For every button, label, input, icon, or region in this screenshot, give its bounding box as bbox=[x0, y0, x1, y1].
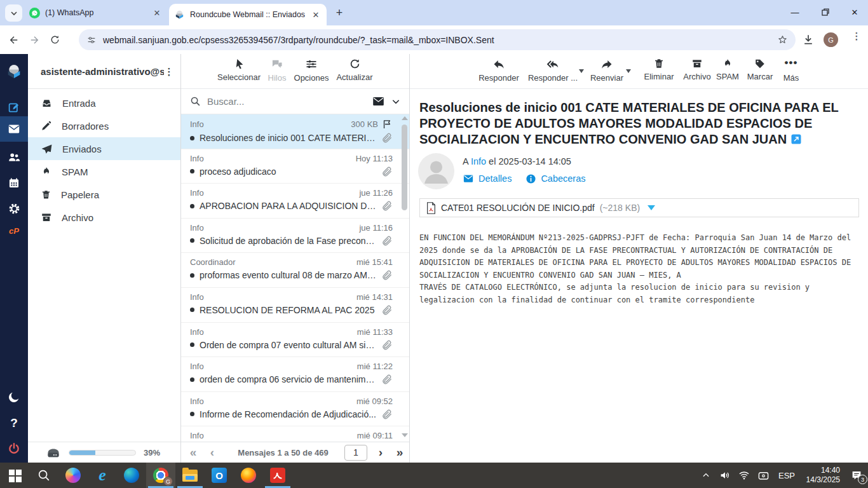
bookmark-star-icon[interactable] bbox=[777, 34, 788, 45]
mail-icon[interactable] bbox=[0, 116, 28, 142]
message-list-item[interactable]: Info Hoy 11:13 proceso adjudicaco bbox=[181, 149, 409, 184]
message-sender: Info bbox=[190, 292, 353, 302]
message-list-item[interactable]: Info jue 11:16 Solicitud de aprobación d… bbox=[181, 219, 409, 254]
firefox-button[interactable] bbox=[234, 463, 263, 488]
headers-button[interactable]: Cabeceras bbox=[526, 173, 585, 184]
message-list-item[interactable]: Info 300 KB Resoluciones de inicio 001 C… bbox=[181, 114, 409, 149]
folder-enviados[interactable]: Enviados bbox=[28, 137, 180, 160]
details-button[interactable]: Detalles bbox=[463, 173, 512, 184]
page-number-input[interactable] bbox=[344, 445, 367, 461]
forward-button[interactable] bbox=[24, 30, 44, 50]
contacts-icon[interactable] bbox=[0, 144, 28, 170]
volume-icon[interactable] bbox=[715, 470, 735, 481]
taskbar-search-button[interactable] bbox=[29, 463, 58, 488]
message-sender: Info bbox=[190, 188, 355, 198]
window-minimize-button[interactable]: — bbox=[780, 0, 810, 24]
outlook-button[interactable]: O bbox=[205, 463, 234, 488]
spam-button[interactable]: SPAM bbox=[712, 58, 743, 81]
tab-close-icon[interactable]: ✕ bbox=[151, 7, 163, 18]
external-link-icon[interactable] bbox=[790, 133, 802, 145]
search-scope-mail-icon[interactable] bbox=[372, 95, 385, 108]
message-list-item[interactable]: Info jue 11:26 APROBACION PARA LA ADQUIS… bbox=[181, 184, 409, 219]
folder-entrada[interactable]: Entrada bbox=[28, 92, 180, 114]
threads-button[interactable]: Hilos bbox=[264, 58, 290, 83]
url-bar[interactable]: webmail.sanjuan.gob.ec/cpsess3265394567/… bbox=[79, 29, 796, 50]
forward-caret-icon[interactable] bbox=[626, 69, 631, 73]
mark-button[interactable]: Marcar bbox=[742, 58, 778, 81]
attachment-menu-caret-icon[interactable] bbox=[648, 205, 655, 210]
search-options-chevron-icon[interactable] bbox=[391, 97, 400, 106]
cpanel-icon[interactable]: cP bbox=[0, 218, 28, 243]
message-list-item[interactable]: Info mié 11:33 Orden de compra 07 evento… bbox=[181, 323, 409, 358]
archive-button[interactable]: Archivo bbox=[679, 58, 715, 81]
folder-borradores[interactable]: Borradores bbox=[28, 114, 180, 137]
account-header[interactable]: asistente-administrativo@sa... ⋮ bbox=[28, 54, 180, 89]
folder-papelera[interactable]: Papelera bbox=[28, 183, 180, 206]
options-button[interactable]: Opciones bbox=[292, 58, 330, 83]
tab-roundcube[interactable]: Roundcube Webmail :: Enviados ✕ bbox=[169, 4, 327, 25]
edge-button[interactable] bbox=[117, 463, 146, 488]
list-scrollbar[interactable] bbox=[402, 116, 408, 437]
flag-icon[interactable] bbox=[382, 119, 393, 130]
downloads-icon[interactable] bbox=[802, 33, 815, 46]
first-page-button[interactable]: « bbox=[184, 445, 203, 459]
notification-center-button[interactable]: 3 bbox=[845, 463, 868, 488]
attachment-icon bbox=[381, 339, 393, 351]
calendar-icon[interactable] bbox=[0, 170, 28, 196]
copilot-button[interactable] bbox=[58, 463, 88, 488]
reply-all-caret-icon[interactable] bbox=[579, 69, 584, 73]
file-explorer-button[interactable] bbox=[175, 463, 205, 488]
search-input[interactable] bbox=[207, 96, 365, 107]
profile-avatar[interactable]: G bbox=[824, 32, 838, 47]
reply-all-button[interactable]: Responder ... bbox=[524, 58, 581, 83]
new-tab-button[interactable]: + bbox=[333, 6, 346, 19]
account-name: asistente-administrativo@sa... bbox=[41, 66, 164, 77]
last-page-button[interactable]: » bbox=[390, 445, 409, 459]
cursor-icon bbox=[233, 58, 245, 70]
next-page-button[interactable]: › bbox=[371, 445, 390, 459]
language-indicator[interactable]: ESP bbox=[773, 471, 801, 480]
browser-menu-icon[interactable]: ⋮ bbox=[851, 34, 862, 37]
settings-gear-icon[interactable] bbox=[0, 196, 28, 221]
internet-explorer-button[interactable]: e bbox=[88, 463, 117, 488]
logout-power-icon[interactable] bbox=[0, 436, 28, 461]
prev-page-button[interactable]: ‹ bbox=[203, 445, 222, 459]
tab-close-icon[interactable]: ✕ bbox=[310, 9, 322, 20]
delete-button[interactable]: Eliminar bbox=[640, 58, 678, 81]
attachment-bar[interactable]: CATE01 RESOLUCIÓN DE INICIO.pdf (~218 KB… bbox=[419, 198, 859, 217]
tray-expand-chevron-icon[interactable] bbox=[696, 471, 715, 480]
window-close-button[interactable]: ✕ bbox=[840, 0, 868, 24]
back-button[interactable] bbox=[4, 30, 24, 50]
message-list-item[interactable]: Info mié 09:52 Informe de Recomendación … bbox=[181, 392, 409, 427]
message-list-item[interactable]: Info mié 14:31 RESOLUCION DE REFORMA AL … bbox=[181, 288, 409, 323]
select-button[interactable]: Seleccionar bbox=[216, 58, 262, 82]
reload-button[interactable] bbox=[44, 30, 65, 50]
start-button[interactable] bbox=[0, 463, 29, 488]
site-settings-icon[interactable] bbox=[86, 35, 97, 45]
scroll-up-arrow[interactable] bbox=[402, 116, 408, 120]
reply-button[interactable]: Responder bbox=[477, 58, 521, 83]
folder-spam[interactable]: SPAM bbox=[28, 160, 180, 183]
message-list-item[interactable]: Coordinador mié 15:41 proformas evento c… bbox=[181, 253, 409, 288]
acrobat-button[interactable] bbox=[263, 463, 292, 488]
tab-search-button[interactable] bbox=[5, 4, 22, 22]
forward-button[interactable]: Reenviar bbox=[587, 58, 627, 83]
taskbar-clock[interactable]: 14:40 14/3/2025 bbox=[801, 466, 840, 485]
message-list-item[interactable]: Info mié 09:11 bbox=[181, 426, 409, 442]
wifi-icon[interactable] bbox=[735, 470, 754, 481]
chrome-button[interactable]: G bbox=[146, 463, 175, 488]
recipient-link[interactable]: Info bbox=[471, 156, 486, 166]
tab-whatsapp[interactable]: (1) WhatsApp ✕ bbox=[24, 0, 168, 25]
dark-mode-moon-icon[interactable] bbox=[0, 384, 28, 410]
scrollbar-thumb[interactable] bbox=[402, 125, 407, 210]
scroll-down-arrow[interactable] bbox=[402, 433, 408, 437]
folder-archivo[interactable]: Archivo bbox=[28, 206, 180, 229]
window-restore-button[interactable] bbox=[811, 0, 840, 24]
meet-now-icon[interactable] bbox=[754, 470, 773, 482]
taskbar-date: 14/3/2025 bbox=[801, 475, 840, 485]
more-button[interactable]: ••• Más bbox=[778, 58, 804, 83]
message-list-item[interactable]: Info mié 11:22 orden de compra 06 servic… bbox=[181, 357, 409, 392]
help-icon[interactable]: ? bbox=[0, 410, 28, 436]
account-menu-icon[interactable]: ⋮ bbox=[164, 70, 174, 73]
refresh-button[interactable]: Actualizar bbox=[332, 58, 377, 82]
